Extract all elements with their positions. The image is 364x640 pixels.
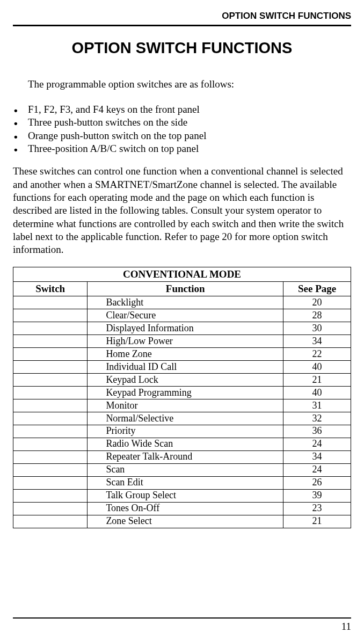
function-cell: Keypad Programming	[88, 387, 283, 399]
switch-cell	[13, 463, 88, 476]
table-row: Scan Edit26	[13, 476, 351, 489]
function-cell: Normal/Selective	[88, 412, 283, 425]
switch-list: •F1, F2, F3, and F4 keys on the front pa…	[13, 103, 351, 155]
function-cell: Clear/Secure	[88, 309, 283, 322]
list-item: •Three-position A/B/C switch on top pane…	[13, 142, 351, 155]
switch-cell	[13, 361, 88, 374]
switch-cell	[13, 450, 88, 463]
list-item: •Three push-button switches on the side	[13, 116, 351, 129]
list-item-text: Three-position A/B/C switch on top panel	[28, 142, 199, 155]
table-row: Monitor31	[13, 399, 351, 412]
function-cell: Talk Group Select	[88, 489, 283, 502]
list-item-text: F1, F2, F3, and F4 keys on the front pan…	[28, 103, 200, 116]
header-rule	[13, 25, 351, 26]
list-item-text: Three push-button switches on the side	[28, 116, 187, 129]
table-row: Tones On-Off23	[13, 502, 351, 515]
switch-cell	[13, 425, 88, 438]
function-cell: Scan Edit	[88, 476, 283, 489]
page-cell: 23	[283, 502, 351, 515]
intro-paragraph: The programmable option switches are as …	[13, 78, 351, 90]
page-cell: 32	[283, 412, 351, 425]
function-cell: Radio Wide Scan	[88, 438, 283, 450]
switch-cell	[13, 335, 88, 348]
function-cell: Displayed Information	[88, 322, 283, 335]
function-cell: High/Low Power	[88, 335, 283, 348]
function-cell: Monitor	[88, 399, 283, 412]
page-number: 11	[13, 617, 351, 632]
page-cell: 24	[283, 438, 351, 450]
switch-cell	[13, 309, 88, 322]
page-cell: 22	[283, 348, 351, 361]
function-cell: Repeater Talk-Around	[88, 450, 283, 463]
table-row: Clear/Secure28	[13, 309, 351, 322]
page-cell: 34	[283, 335, 351, 348]
page-cell: 31	[283, 399, 351, 412]
page-cell: 30	[283, 322, 351, 335]
table-row: Normal/Selective32	[13, 412, 351, 425]
page-cell: 40	[283, 361, 351, 374]
switch-cell	[13, 489, 88, 502]
switch-cell	[13, 438, 88, 450]
switch-cell	[13, 515, 88, 528]
table-row: Scan24	[13, 463, 351, 476]
switch-cell	[13, 399, 88, 412]
page-cell: 36	[283, 425, 351, 438]
function-cell: Tones On-Off	[88, 502, 283, 515]
table-row: Priority36	[13, 425, 351, 438]
page-cell: 24	[283, 463, 351, 476]
switch-cell	[13, 322, 88, 335]
switch-cell	[13, 374, 88, 387]
page-cell: 39	[283, 489, 351, 502]
column-header-page: See Page	[283, 282, 351, 296]
switch-cell	[13, 387, 88, 399]
bullet-icon: •	[14, 117, 28, 130]
bullet-icon: •	[14, 104, 28, 117]
switch-cell	[13, 502, 88, 515]
table-row: Talk Group Select39	[13, 489, 351, 502]
function-cell: Home Zone	[88, 348, 283, 361]
table-body: Backlight20Clear/Secure28Displayed Infor…	[13, 296, 351, 528]
table-row: Home Zone22	[13, 348, 351, 361]
page-title: OPTION SWITCH FUNCTIONS	[13, 39, 351, 57]
page-cell: 28	[283, 309, 351, 322]
table-row: Individual ID Call40	[13, 361, 351, 374]
column-header-function: Function	[88, 282, 283, 296]
function-cell: Keypad Lock	[88, 374, 283, 387]
page-cell: 40	[283, 387, 351, 399]
switch-cell	[13, 348, 88, 361]
page-cell: 21	[283, 374, 351, 387]
list-item: •F1, F2, F3, and F4 keys on the front pa…	[13, 103, 351, 116]
bullet-icon: •	[14, 130, 28, 143]
table-row: Repeater Talk-Around34	[13, 450, 351, 463]
table-row: Keypad Programming40	[13, 387, 351, 399]
function-cell: Individual ID Call	[88, 361, 283, 374]
page-cell: 26	[283, 476, 351, 489]
function-cell: Scan	[88, 463, 283, 476]
running-header: OPTION SWITCH FUNCTIONS	[13, 11, 351, 25]
column-header-switch: Switch	[13, 282, 88, 296]
table-row: Displayed Information30	[13, 322, 351, 335]
table-row: Zone Select21	[13, 515, 351, 528]
table-row: High/Low Power34	[13, 335, 351, 348]
function-table: CONVENTIONAL MODE Switch Function See Pa…	[13, 267, 351, 528]
explanation-paragraph: These switches can control one function …	[13, 165, 351, 256]
list-item: •Orange push-button switch on the top pa…	[13, 129, 351, 142]
switch-cell	[13, 412, 88, 425]
table-mode-header: CONVENTIONAL MODE	[13, 267, 351, 282]
page-cell: 20	[283, 296, 351, 309]
table-row: Radio Wide Scan24	[13, 438, 351, 450]
function-cell: Zone Select	[88, 515, 283, 528]
page-cell: 21	[283, 515, 351, 528]
table-row: Backlight20	[13, 296, 351, 309]
switch-cell	[13, 476, 88, 489]
page-cell: 34	[283, 450, 351, 463]
list-item-text: Orange push-button switch on the top pan…	[28, 129, 206, 142]
table-row: Keypad Lock21	[13, 374, 351, 387]
function-cell: Priority	[88, 425, 283, 438]
bullet-icon: •	[14, 143, 28, 156]
function-cell: Backlight	[88, 296, 283, 309]
switch-cell	[13, 296, 88, 309]
